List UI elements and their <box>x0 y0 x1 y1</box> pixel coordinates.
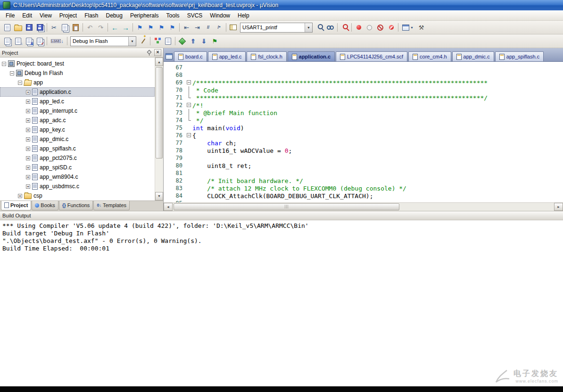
fold-collapse-icon[interactable] <box>186 79 192 86</box>
manage-project-items-button[interactable] <box>152 36 163 46</box>
copy-button[interactable] <box>59 22 70 33</box>
build-button[interactable]: ↓ <box>13 36 24 46</box>
editor-tab-board-c[interactable]: board.c <box>174 51 207 61</box>
editor-tab-app-dmic-c[interactable]: app_dmic.c <box>452 51 494 61</box>
menu-help[interactable]: Help <box>234 11 253 20</box>
tree-item-app-spiflash-c[interactable]: +app_spiflash.c <box>0 144 155 153</box>
configure-words-button[interactable] <box>228 22 239 33</box>
editor-hscrollbar[interactable]: ◄ ► <box>164 202 563 211</box>
paste-button[interactable] <box>70 22 81 33</box>
collapse-icon[interactable]: − <box>18 81 22 85</box>
menu-window[interactable]: Window <box>206 11 234 20</box>
scroll-down-icon[interactable]: ▼ <box>155 192 163 200</box>
rebuild-button[interactable]: ⇊ <box>24 36 34 46</box>
editor-tab-app-led-c[interactable]: app_led.c <box>208 51 246 61</box>
enable-breakpoint-button[interactable] <box>364 22 375 33</box>
navigate-forward-button[interactable]: → <box>120 22 131 33</box>
tree-item-app-dmic-c[interactable]: +app_dmic.c <box>0 134 155 144</box>
manage-rte-button[interactable] <box>177 36 188 46</box>
redo-button[interactable]: ↷ <box>95 22 106 33</box>
menu-edit[interactable]: Edit <box>18 11 36 20</box>
tree-item-app-led-c[interactable]: +app_led.c <box>0 97 155 106</box>
find-button[interactable] <box>325 22 336 33</box>
comment-selection-button[interactable]: // <box>203 22 214 33</box>
tree-item-debug-in-flash[interactable]: −Debug In Flash <box>0 68 155 78</box>
target-options-button[interactable] <box>138 36 149 46</box>
expand-icon[interactable]: + <box>26 166 30 170</box>
tree-item-app[interactable]: −app <box>0 78 155 87</box>
scroll-right-icon[interactable]: ► <box>554 203 563 211</box>
menu-project[interactable]: Project <box>56 11 81 20</box>
pin-icon[interactable] <box>147 50 151 55</box>
tree-item-csp[interactable]: +csp <box>0 191 155 200</box>
expand-icon[interactable]: + <box>26 90 30 94</box>
scroll-left-icon[interactable]: ◄ <box>164 203 173 211</box>
menu-file[interactable]: File <box>2 11 18 20</box>
insert-breakpoint-button[interactable] <box>353 22 364 33</box>
menu-view[interactable]: View <box>36 11 56 20</box>
expand-icon[interactable]: + <box>26 147 30 151</box>
tree-item-app-wm8904-c[interactable]: +app_wm8904.c <box>0 172 155 182</box>
debug-target-button[interactable]: ⚑ <box>209 36 220 46</box>
menu-svcs[interactable]: SVCS <box>183 11 207 20</box>
indent-button[interactable]: ⇥ <box>192 22 203 33</box>
undo-button[interactable]: ↶ <box>84 22 95 33</box>
scrollbar-track[interactable] <box>155 66 163 192</box>
find-text-combo[interactable]: USART1_printf ▼ <box>240 23 313 33</box>
collapse-icon[interactable]: − <box>10 71 14 75</box>
scrollbar-thumb[interactable] <box>156 67 163 158</box>
save-button[interactable] <box>24 22 34 33</box>
expand-icon[interactable]: + <box>26 184 30 189</box>
find-in-files-button[interactable] <box>314 22 325 33</box>
expand-icon[interactable]: + <box>18 194 22 198</box>
menu-flash[interactable]: Flash <box>81 11 102 20</box>
close-icon[interactable]: × <box>154 49 161 56</box>
chevron-down-icon[interactable]: ▼ <box>128 37 136 46</box>
kill-breakpoints-button[interactable] <box>386 22 397 33</box>
open-file-button[interactable] <box>13 22 24 33</box>
translate-file-button[interactable] <box>2 36 13 46</box>
collapse-icon[interactable]: − <box>2 62 6 66</box>
panel-tab-templates[interactable]: Templates <box>93 201 130 210</box>
build-output-header[interactable]: Build Output <box>0 211 563 220</box>
menu-debug[interactable]: Debug <box>102 11 126 20</box>
tree-item-app-spisd-c[interactable]: +app_spiSD.c <box>0 163 155 172</box>
configure-button[interactable]: ⚒ <box>416 22 427 33</box>
move-up-button[interactable]: ⇑ <box>188 36 199 46</box>
editor-tab-app-spiflash-c[interactable]: app_spiflash.c <box>495 51 544 61</box>
panel-tab-project[interactable]: Project <box>1 201 31 210</box>
expand-icon[interactable]: + <box>26 156 30 160</box>
window-layout-button[interactable]: ▼ <box>400 22 416 33</box>
tree-item-application-c[interactable]: +application.c <box>0 87 155 97</box>
cut-button[interactable]: ✂ <box>49 22 59 33</box>
navigate-back-button[interactable]: ← <box>109 22 120 33</box>
expand-icon[interactable]: + <box>26 128 30 132</box>
fold-collapse-icon[interactable] <box>186 101 192 109</box>
tree-item-app-adc-c[interactable]: +app_adc.c <box>0 116 155 125</box>
clear-bookmarks-button[interactable]: ⚑ <box>167 22 178 33</box>
disable-breakpoints-button[interactable] <box>375 22 386 33</box>
unindent-button[interactable]: ⇤ <box>181 22 192 33</box>
expand-icon[interactable]: + <box>26 175 30 179</box>
file-extensions-button[interactable] <box>163 36 174 46</box>
panel-tab-books[interactable]: Books <box>32 201 58 210</box>
editor-tab-application-c[interactable]: application.c <box>288 51 335 61</box>
code-editor[interactable]: 676869/*********************************… <box>164 62 563 202</box>
menu-peripherals[interactable]: Peripherals <box>126 11 163 20</box>
project-tree-scrollbar[interactable]: ▲ ▼ <box>155 58 163 200</box>
new-file-button[interactable] <box>2 22 13 33</box>
expand-icon[interactable]: + <box>26 100 30 104</box>
expand-icon[interactable]: + <box>26 118 30 123</box>
incremental-find-button[interactable] <box>339 22 350 33</box>
expand-icon[interactable]: + <box>26 109 30 113</box>
tree-item-app-interrupt-c[interactable]: +app_interrupt.c <box>0 106 155 116</box>
expand-icon[interactable]: + <box>26 137 30 142</box>
tree-item-app-key-c[interactable]: +app_key.c <box>0 125 155 134</box>
download-button[interactable]: LOAD ↓ <box>49 36 66 46</box>
editor-tab-lpc54114j256-cm4-scf[interactable]: LPC54114J256_cm4.scf <box>336 51 407 61</box>
prev-bookmark-button[interactable]: ⚑ <box>145 22 156 33</box>
hscrollbar-thumb[interactable] <box>174 203 399 210</box>
editor-tab-core-cm4-h[interactable]: core_cm4.h <box>408 51 451 61</box>
menu-tools[interactable]: Tools <box>163 11 183 20</box>
scroll-up-icon[interactable]: ▲ <box>155 58 163 66</box>
